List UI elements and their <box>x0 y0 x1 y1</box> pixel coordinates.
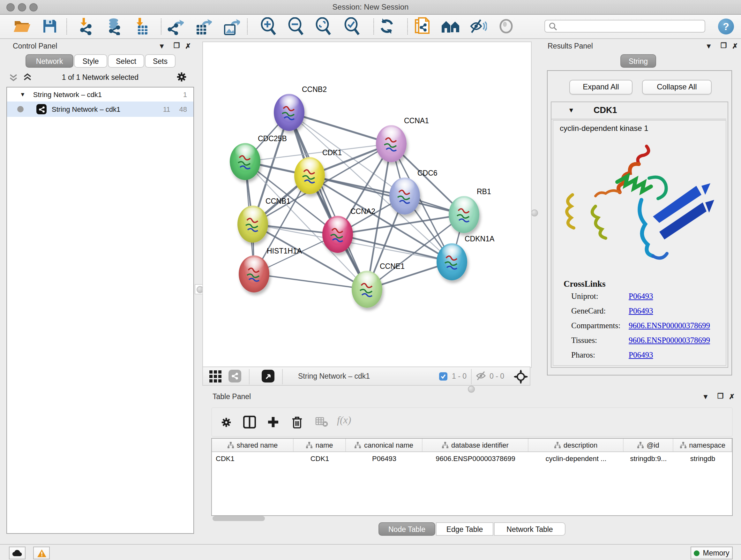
column-header--id[interactable]: @id <box>623 439 673 451</box>
crosslink-link[interactable]: P06493 <box>629 307 653 316</box>
network-node-hist1h1a[interactable] <box>239 255 269 293</box>
tab-select[interactable]: Select <box>108 54 144 68</box>
collapse-triangle-icon[interactable]: ▼ <box>20 91 25 98</box>
open-in-new-icon[interactable] <box>262 370 274 382</box>
function-builder-button[interactable]: f(x) <box>337 415 351 426</box>
network-row-selected[interactable]: String Network – cdk1 11 48 <box>7 102 193 117</box>
network-node-cdk1[interactable] <box>294 157 325 194</box>
zoom-in-button[interactable] <box>259 17 278 36</box>
import-table-button[interactable] <box>132 17 151 36</box>
tab-network-table[interactable]: Network Table <box>494 522 565 536</box>
export-image-button[interactable] <box>221 17 241 36</box>
hidden-counts: 0 - 0 <box>489 372 504 380</box>
protein-thumbnail <box>357 279 377 301</box>
right-splitter-handle[interactable] <box>531 209 538 216</box>
section-collapse-triangle-icon[interactable]: ▼ <box>568 107 575 114</box>
home-button[interactable] <box>441 17 460 36</box>
network-node-ccnb1[interactable] <box>238 206 268 243</box>
zoom-selected-button[interactable] <box>342 17 361 36</box>
zoom-out-button[interactable] <box>286 17 305 36</box>
tab-style[interactable]: Style <box>74 54 107 68</box>
node-label-hist1h1a: HIST1H1A <box>267 247 302 255</box>
protein-thumbnail <box>235 151 255 173</box>
import-network-database-button[interactable] <box>104 17 123 36</box>
crosslink-link[interactable]: 9606.ENSP00000378699 <box>629 321 710 331</box>
crosslink-link[interactable]: P06493 <box>629 351 653 360</box>
table-settings-gear-icon[interactable] <box>217 413 235 431</box>
crosslink-link[interactable]: P06493 <box>629 292 653 301</box>
network-options-gear-icon[interactable] <box>176 71 187 84</box>
panel-float-icon[interactable]: ▼ <box>158 42 165 50</box>
network-node-cdkn1a[interactable] <box>436 243 467 280</box>
cloud-status-button[interactable] <box>9 547 25 559</box>
crosslink-label: Pharos: <box>571 351 595 360</box>
network-node-cdc6[interactable] <box>389 178 420 214</box>
table-cell: CDK1 <box>293 452 346 465</box>
search-input[interactable] <box>560 22 701 30</box>
zoom-fit-button[interactable] <box>313 17 333 36</box>
expand-all-button[interactable]: Expand All <box>569 80 632 95</box>
network-node-ccne1[interactable] <box>352 271 382 308</box>
tab-network[interactable]: Network <box>25 54 73 68</box>
create-column-plus-icon[interactable] <box>264 413 282 431</box>
table-cell: 9606.ENSP00000378699 <box>422 452 529 465</box>
selected-checkbox-icon[interactable] <box>439 372 448 381</box>
footer-share-icon[interactable] <box>228 370 241 382</box>
tab-node-table[interactable]: Node Table <box>379 522 435 536</box>
tab-sets[interactable]: Sets <box>145 54 176 68</box>
help-button[interactable]: ? <box>718 18 734 35</box>
network-node-ccnb2[interactable] <box>274 94 305 131</box>
panel-float-icon[interactable]: ▼ <box>705 42 712 50</box>
panel-close-icon[interactable]: ✗ <box>732 42 738 51</box>
delete-table-icon[interactable] <box>313 413 331 431</box>
crosslink-link[interactable]: 9606.ENSP00000378699 <box>629 336 710 346</box>
refresh-button[interactable] <box>377 17 396 36</box>
column-header-description[interactable]: description <box>529 439 623 451</box>
network-canvas[interactable]: CCNB2 CCNA1 CDC25B CDK1 CDC6 RB1 CCNB1 C… <box>202 42 532 368</box>
delete-column-trash-icon[interactable] <box>288 413 306 431</box>
panel-float-icon[interactable]: ▼ <box>702 393 709 400</box>
collapse-all-button[interactable]: Collapse All <box>642 80 712 95</box>
zoom-fit-icon <box>314 17 332 35</box>
share-document-button[interactable] <box>412 17 431 36</box>
footer-separator <box>282 369 283 384</box>
panel-close-icon[interactable]: ✗ <box>729 393 735 401</box>
import-network-file-button[interactable] <box>77 17 96 36</box>
show-eye-button[interactable] <box>496 17 516 36</box>
protein-thumbnail <box>455 204 474 226</box>
network-share-icon <box>37 104 47 114</box>
panel-close-icon[interactable]: ✗ <box>185 42 191 51</box>
column-header-canonical-name[interactable]: canonical name <box>346 439 422 451</box>
column-header-namespace[interactable]: namespace <box>673 439 732 451</box>
memory-button[interactable]: Memory <box>690 547 733 559</box>
panel-maximize-icon[interactable]: ❐ <box>174 42 180 50</box>
column-header-database-identifier[interactable]: database identifier <box>422 439 529 451</box>
network-node-rb1[interactable] <box>449 196 479 233</box>
table-hscrollbar[interactable] <box>211 516 731 521</box>
network-node-ccna2[interactable] <box>322 216 353 253</box>
network-group-row[interactable]: ▼ String Network – cdk1 1 <box>7 87 193 102</box>
tab-edge-table[interactable]: Edge Table <box>436 522 493 536</box>
network-node-ccna1[interactable] <box>376 125 407 162</box>
warnings-button[interactable] <box>33 547 50 559</box>
show-columns-icon[interactable] <box>241 413 259 431</box>
export-network-button[interactable] <box>166 17 185 36</box>
hide-glass-panels-button[interactable] <box>468 17 488 36</box>
open-session-button[interactable] <box>12 17 31 36</box>
table-row[interactable]: CDK1CDK1P064939606.ENSP00000378699cyclin… <box>212 452 732 465</box>
tab-string[interactable]: String <box>620 54 656 68</box>
cdk1-section-header[interactable]: ▼ CDK1 <box>551 102 726 119</box>
table-hscrollbar-thumb[interactable] <box>212 516 265 521</box>
column-header-shared-name[interactable]: shared name <box>212 439 293 451</box>
column-header-name[interactable]: name <box>293 439 346 451</box>
network-node-cdc25b[interactable] <box>230 143 260 180</box>
panel-maximize-icon[interactable]: ❐ <box>718 392 724 400</box>
fit-move-crosshair-icon[interactable] <box>514 370 528 385</box>
node-label-ccnb2: CCNB2 <box>302 85 327 93</box>
panel-maximize-icon[interactable]: ❐ <box>721 42 727 50</box>
export-table-button[interactable] <box>193 17 212 36</box>
save-session-button[interactable] <box>40 17 59 36</box>
hidden-eye-slash-icon[interactable] <box>475 371 486 382</box>
toolbar-search[interactable] <box>544 20 705 33</box>
birdseye-grid-icon[interactable] <box>209 370 221 384</box>
